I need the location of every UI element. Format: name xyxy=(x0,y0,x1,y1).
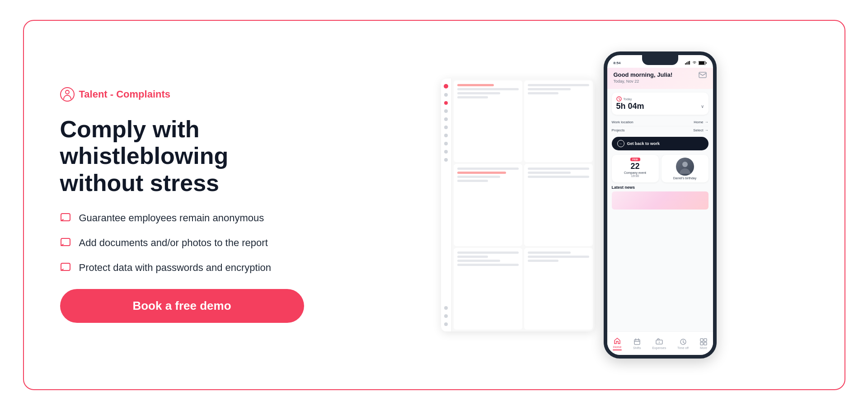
projects-label: Projects xyxy=(612,128,625,132)
content-card-4 xyxy=(524,164,593,246)
brand-icon xyxy=(60,87,75,102)
sidebar-nav-profile xyxy=(444,322,448,326)
home-icon xyxy=(614,337,621,345)
work-location-value: Home xyxy=(694,120,703,124)
expenses-icon xyxy=(656,338,663,345)
more-icon xyxy=(700,338,707,345)
sidebar-nav-star xyxy=(444,134,448,137)
wifi-icon xyxy=(692,61,697,65)
projects-row: Projects Select → xyxy=(607,126,713,134)
nav-item-expenses[interactable]: Expenses xyxy=(652,338,666,349)
event-card-birthday: Daniel's birthday xyxy=(662,155,708,182)
events-row: FEB 22 Company event 19:00 Daniel's birt xyxy=(607,155,713,182)
content-card-1 xyxy=(454,80,522,162)
svg-rect-18 xyxy=(700,339,703,341)
event-month: FEB xyxy=(630,158,640,161)
event-name-birthday: Daniel's birthday xyxy=(673,177,697,180)
main-heading: Comply with whistleblowing without stres… xyxy=(60,116,322,197)
nav-item-home[interactable]: Home xyxy=(613,337,622,350)
nav-label-timeoff: Time off xyxy=(677,346,689,349)
get-back-arrow-icon: → xyxy=(617,140,624,147)
time-label: Today xyxy=(624,98,632,101)
sidebar-nav-back xyxy=(444,158,448,162)
greeting-row: Good morning, Julia! xyxy=(614,71,707,78)
feature-text-1: Guarantee employees remain anonymous xyxy=(79,211,264,225)
svg-point-0 xyxy=(61,88,74,101)
get-back-label: Get back to work xyxy=(627,141,660,146)
svg-rect-19 xyxy=(704,339,707,341)
time-card: Today 5h 04m ∨ xyxy=(612,93,708,115)
mail-icon xyxy=(699,72,707,78)
status-icons xyxy=(685,61,707,65)
mobile-bottom-nav: Home Shifts Expenses xyxy=(607,331,713,355)
work-location-row: Work location Home → xyxy=(607,118,713,126)
sidebar-nav-group xyxy=(444,117,448,121)
sidebar-nav-home xyxy=(444,84,448,89)
battery-icon xyxy=(699,61,707,65)
time-chevron: ∨ xyxy=(701,104,704,109)
svg-rect-8 xyxy=(689,61,690,65)
sidebar-nav-alerts xyxy=(444,101,448,105)
sidebar-strip xyxy=(441,79,452,331)
svg-rect-21 xyxy=(704,342,707,345)
brand-title: Talent - Complaints xyxy=(79,89,171,100)
time-value: 5h 04m xyxy=(616,102,644,111)
latest-news-label: Latest news xyxy=(607,182,713,191)
nav-item-more[interactable]: More xyxy=(700,338,707,349)
sidebar-nav-search xyxy=(444,93,448,97)
projects-value: Select xyxy=(693,128,703,132)
feature-item-1: Guarantee employees remain anonymous xyxy=(60,211,322,225)
birthday-avatar xyxy=(676,158,694,176)
nav-label-home: Home xyxy=(613,345,622,349)
get-back-button[interactable]: → Get back to work xyxy=(612,137,708,150)
avatar-silhouette xyxy=(678,159,692,174)
mobile-body: Today 5h 04m ∨ Work location Home → xyxy=(607,89,713,331)
feature-text-3: Protect data with passwords and encrypti… xyxy=(79,261,272,275)
svg-rect-6 xyxy=(686,62,687,65)
event-name-company: Company event xyxy=(624,171,646,174)
desktop-mockup xyxy=(441,79,595,331)
svg-point-1 xyxy=(66,90,69,94)
svg-rect-20 xyxy=(700,342,703,345)
feature-item-3: Protect data with passwords and encrypti… xyxy=(60,261,322,275)
svg-rect-5 xyxy=(685,63,686,65)
mobile-notch xyxy=(642,55,678,65)
feature-item-2: Add documents and/or photos to the repor… xyxy=(60,236,322,250)
sidebar-nav-clock xyxy=(444,126,448,129)
nav-label-expenses: Expenses xyxy=(652,346,666,349)
desktop-content-grid xyxy=(452,79,595,331)
mobile-mockup: 8:54 xyxy=(604,51,717,359)
nav-item-timeoff[interactable]: Time off xyxy=(677,338,689,349)
timeoff-icon xyxy=(680,338,687,345)
signal-icon xyxy=(685,61,690,65)
event-card-company: FEB 22 Company event 19:00 xyxy=(612,155,659,182)
event-time: 19:00 xyxy=(631,174,639,177)
svg-rect-15 xyxy=(634,340,640,345)
svg-rect-12 xyxy=(699,72,706,78)
content-card-3 xyxy=(454,164,522,246)
sidebar-nav-grid xyxy=(444,314,448,318)
nav-label-shifts: Shifts xyxy=(633,346,641,349)
svg-rect-7 xyxy=(688,61,689,65)
status-time: 8:54 xyxy=(614,61,621,65)
content-card-2 xyxy=(524,80,593,162)
nav-active-indicator xyxy=(613,349,622,350)
sidebar-nav-users xyxy=(444,109,448,113)
main-card: Talent - Complaints Comply with whistleb… xyxy=(23,20,845,390)
chat-icon-2 xyxy=(60,237,73,250)
nav-label-more: More xyxy=(700,346,707,349)
clock-icon xyxy=(616,96,622,102)
news-image xyxy=(612,191,708,210)
svg-rect-10 xyxy=(699,61,704,65)
sidebar-nav-settings xyxy=(444,306,448,310)
content-card-5 xyxy=(454,248,522,330)
work-location-label: Work location xyxy=(612,120,633,124)
svg-point-14 xyxy=(682,162,688,167)
nav-item-shifts[interactable]: Shifts xyxy=(633,338,641,349)
sidebar-nav-tag xyxy=(444,150,448,154)
left-section: Talent - Complaints Comply with whistleb… xyxy=(60,87,322,323)
book-demo-button[interactable]: Book a free demo xyxy=(60,289,304,323)
event-day: 22 xyxy=(630,162,639,170)
chat-icon-1 xyxy=(60,212,73,225)
mobile-date: Today, Nov 22 xyxy=(614,79,707,84)
